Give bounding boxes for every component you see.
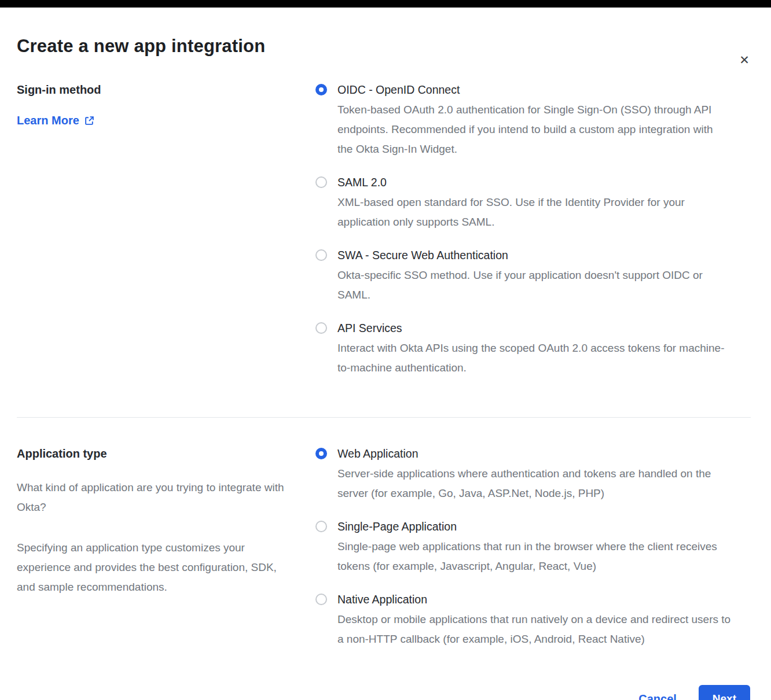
application-type-explanation: Specifying an application type customize… [17, 538, 293, 597]
application-type-section: Application type What kind of applicatio… [0, 447, 771, 649]
radio-icon[interactable] [315, 594, 327, 605]
radio-option-label: API Services [337, 322, 731, 335]
radio-option-description: XML-based open standard for SSO. Use if … [337, 193, 731, 232]
radio-option-web-application[interactable]: Web Application Server-side applications… [315, 447, 731, 503]
radio-option-single-page-application[interactable]: Single-Page Application Single-page web … [315, 520, 731, 576]
radio-option-native-application[interactable]: Native Application Desktop or mobile app… [315, 593, 731, 649]
external-link-icon [85, 116, 94, 126]
radio-option-oidc[interactable]: OIDC - OpenID Connect Token-based OAuth … [315, 83, 731, 159]
radio-icon[interactable] [315, 322, 327, 334]
learn-more-label: Learn More [17, 114, 79, 127]
create-app-integration-dialog: ✕ Create a new app integration Sign-in m… [0, 36, 771, 700]
signin-method-left-column: Sign-in method Learn More [17, 83, 315, 378]
dialog-footer: Cancel Next [0, 685, 771, 700]
signin-method-options: OIDC - OpenID Connect Token-based OAuth … [315, 83, 731, 378]
application-type-left-column: Application type What kind of applicatio… [17, 447, 315, 649]
signin-method-label: Sign-in method [17, 83, 315, 97]
radio-option-description: Token-based OAuth 2.0 authentication for… [337, 100, 731, 159]
learn-more-link[interactable]: Learn More [17, 114, 94, 127]
radio-option-description: Interact with Okta APIs using the scoped… [337, 338, 731, 378]
next-button[interactable]: Next [699, 685, 750, 700]
radio-option-api-services[interactable]: API Services Interact with Okta APIs usi… [315, 322, 731, 378]
radio-option-description: Desktop or mobile applications that run … [337, 610, 731, 649]
radio-icon[interactable] [315, 176, 327, 188]
cancel-button[interactable]: Cancel [638, 692, 677, 700]
top-black-bar [0, 0, 771, 8]
radio-option-description: Single-page web applications that run in… [337, 537, 731, 576]
signin-method-section: Sign-in method Learn More OIDC - OpenID … [0, 83, 771, 378]
radio-option-label: Single-Page Application [337, 520, 731, 533]
application-type-question: What kind of application are you trying … [17, 478, 293, 517]
radio-icon[interactable] [315, 521, 327, 532]
radio-option-description: Server-side applications where authentic… [337, 464, 731, 503]
radio-option-label: SWA - Secure Web Authentication [337, 249, 731, 262]
radio-option-swa[interactable]: SWA - Secure Web Authentication Okta-spe… [315, 249, 731, 305]
radio-option-label: Native Application [337, 593, 731, 606]
radio-option-label: Web Application [337, 447, 731, 460]
page-title: Create a new app integration [17, 36, 751, 57]
radio-icon[interactable] [315, 84, 327, 95]
section-divider [17, 417, 751, 418]
radio-option-label: SAML 2.0 [337, 176, 731, 189]
radio-option-saml[interactable]: SAML 2.0 XML-based open standard for SSO… [315, 176, 731, 232]
close-icon[interactable]: ✕ [735, 51, 754, 69]
radio-option-label: OIDC - OpenID Connect [337, 83, 731, 97]
radio-icon[interactable] [315, 448, 327, 459]
application-type-options: Web Application Server-side applications… [315, 447, 731, 649]
radio-icon[interactable] [315, 249, 327, 261]
application-type-label: Application type [17, 447, 315, 460]
radio-option-description: Okta-specific SSO method. Use if your ap… [337, 266, 731, 305]
